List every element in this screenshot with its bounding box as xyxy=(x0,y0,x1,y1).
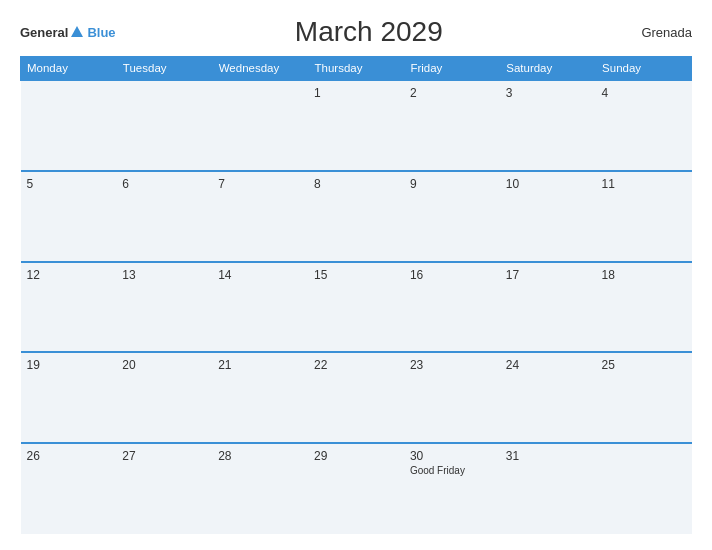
calendar-cell-w5-d3: 28 xyxy=(212,443,308,534)
calendar-week-2: 567891011 xyxy=(21,171,692,262)
calendar-cell-w5-d4: 29 xyxy=(308,443,404,534)
day-number: 17 xyxy=(506,268,590,282)
calendar-cell-w3-d3: 14 xyxy=(212,262,308,353)
header-wednesday: Wednesday xyxy=(212,57,308,81)
header-tuesday: Tuesday xyxy=(116,57,212,81)
calendar-cell-w3-d1: 12 xyxy=(21,262,117,353)
day-number: 24 xyxy=(506,358,590,372)
day-number: 16 xyxy=(410,268,494,282)
day-number: 12 xyxy=(27,268,111,282)
day-number: 14 xyxy=(218,268,302,282)
calendar-cell-w4-d2: 20 xyxy=(116,352,212,443)
calendar-cell-w2-d2: 6 xyxy=(116,171,212,262)
logo-blue-text: Blue xyxy=(87,25,115,40)
calendar-cell-w1-d2 xyxy=(116,80,212,171)
calendar-cell-w3-d2: 13 xyxy=(116,262,212,353)
calendar-cell-w4-d5: 23 xyxy=(404,352,500,443)
calendar-cell-w1-d6: 3 xyxy=(500,80,596,171)
calendar-cell-w4-d6: 24 xyxy=(500,352,596,443)
day-number: 25 xyxy=(602,358,686,372)
calendar-cell-w2-d1: 5 xyxy=(21,171,117,262)
day-number: 19 xyxy=(27,358,111,372)
logo-general-text: General xyxy=(20,25,68,40)
day-number: 18 xyxy=(602,268,686,282)
header-monday: Monday xyxy=(21,57,117,81)
day-number: 26 xyxy=(27,449,111,463)
header-saturday: Saturday xyxy=(500,57,596,81)
calendar-cell-w5-d7 xyxy=(596,443,692,534)
calendar-cell-w4-d7: 25 xyxy=(596,352,692,443)
calendar-cell-w3-d4: 15 xyxy=(308,262,404,353)
calendar-cell-w4-d3: 21 xyxy=(212,352,308,443)
day-number: 5 xyxy=(27,177,111,191)
calendar-cell-w5-d5: 30Good Friday xyxy=(404,443,500,534)
day-number: 23 xyxy=(410,358,494,372)
calendar-cell-w5-d6: 31 xyxy=(500,443,596,534)
calendar-week-1: 1234 xyxy=(21,80,692,171)
logo-triangle-icon xyxy=(71,26,83,37)
day-number: 22 xyxy=(314,358,398,372)
top-bar: General Blue March 2029 Grenada xyxy=(20,16,692,48)
day-number: 13 xyxy=(122,268,206,282)
day-number: 27 xyxy=(122,449,206,463)
calendar-cell-w1-d5: 2 xyxy=(404,80,500,171)
calendar-cell-w4-d4: 22 xyxy=(308,352,404,443)
calendar-cell-w1-d4: 1 xyxy=(308,80,404,171)
day-event: Good Friday xyxy=(410,465,494,476)
header-sunday: Sunday xyxy=(596,57,692,81)
day-number: 7 xyxy=(218,177,302,191)
calendar-cell-w3-d7: 18 xyxy=(596,262,692,353)
calendar-week-4: 19202122232425 xyxy=(21,352,692,443)
calendar-cell-w1-d1 xyxy=(21,80,117,171)
calendar-cell-w2-d6: 10 xyxy=(500,171,596,262)
logo: General Blue xyxy=(20,23,116,41)
calendar-header-row: Monday Tuesday Wednesday Thursday Friday… xyxy=(21,57,692,81)
day-number: 30 xyxy=(410,449,494,463)
calendar-cell-w1-d3 xyxy=(212,80,308,171)
day-number: 3 xyxy=(506,86,590,100)
calendar-cell-w2-d5: 9 xyxy=(404,171,500,262)
day-number: 10 xyxy=(506,177,590,191)
day-number: 8 xyxy=(314,177,398,191)
calendar-cell-w2-d3: 7 xyxy=(212,171,308,262)
day-number: 6 xyxy=(122,177,206,191)
calendar-cell-w4-d1: 19 xyxy=(21,352,117,443)
calendar-cell-w3-d6: 17 xyxy=(500,262,596,353)
day-number: 11 xyxy=(602,177,686,191)
calendar-cell-w3-d5: 16 xyxy=(404,262,500,353)
day-number: 4 xyxy=(602,86,686,100)
calendar-week-3: 12131415161718 xyxy=(21,262,692,353)
calendar-cell-w1-d7: 4 xyxy=(596,80,692,171)
country-name: Grenada xyxy=(622,25,692,40)
calendar-cell-w2-d4: 8 xyxy=(308,171,404,262)
calendar-cell-w5-d1: 26 xyxy=(21,443,117,534)
calendar-cell-w5-d2: 27 xyxy=(116,443,212,534)
day-number: 21 xyxy=(218,358,302,372)
day-number: 15 xyxy=(314,268,398,282)
day-number: 2 xyxy=(410,86,494,100)
day-number: 28 xyxy=(218,449,302,463)
day-number: 9 xyxy=(410,177,494,191)
header-friday: Friday xyxy=(404,57,500,81)
day-number: 20 xyxy=(122,358,206,372)
calendar-week-5: 2627282930Good Friday31 xyxy=(21,443,692,534)
month-title: March 2029 xyxy=(116,16,622,48)
day-number: 1 xyxy=(314,86,398,100)
header-thursday: Thursday xyxy=(308,57,404,81)
calendar-cell-w2-d7: 11 xyxy=(596,171,692,262)
day-number: 29 xyxy=(314,449,398,463)
calendar-table: Monday Tuesday Wednesday Thursday Friday… xyxy=(20,56,692,534)
day-number: 31 xyxy=(506,449,590,463)
